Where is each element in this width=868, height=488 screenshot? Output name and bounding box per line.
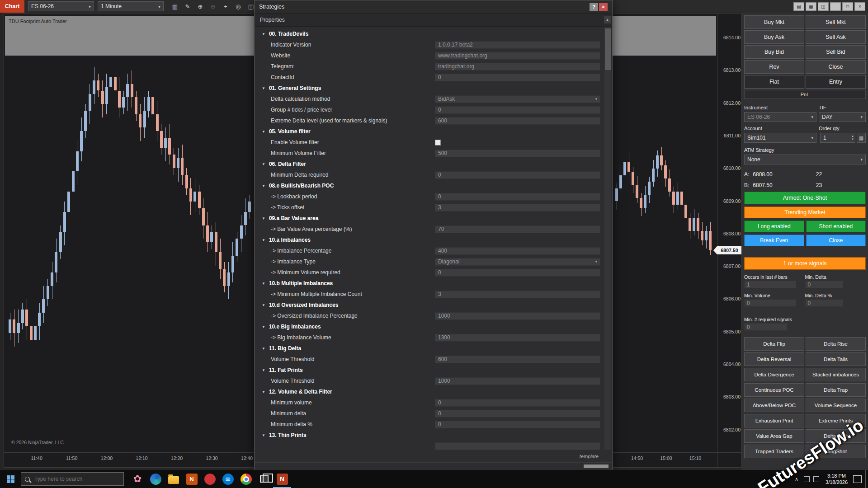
property-value[interactable]: 0 — [435, 74, 600, 81]
min-required-signals-input[interactable]: 0 — [744, 323, 788, 331]
flat-button[interactable]: Flat — [744, 75, 804, 89]
scrollbar-track[interactable] — [604, 27, 611, 450]
property-value[interactable]: 0 — [435, 410, 600, 418]
break-even-button[interactable]: Break Even — [744, 235, 804, 246]
signal-delta-reversal-button[interactable]: Delta Reversal — [744, 352, 804, 366]
signal-delta-flip-button[interactable]: Delta Flip — [744, 337, 804, 351]
taskbar-clock[interactable]: 3:18 PM 3/18/2026 — [821, 473, 852, 485]
property-value[interactable]: 600 — [435, 356, 600, 363]
trending-market-button[interactable]: Trending Market — [744, 206, 866, 218]
property-value[interactable]: 600 — [435, 117, 600, 125]
property-value[interactable]: 1000 — [435, 377, 600, 385]
property-group-11-big-delta[interactable]: ▼11. Big Delta — [255, 343, 612, 354]
tif-dropdown[interactable]: DAY ▾ — [819, 112, 866, 122]
property-group-10-e-big-imbalances[interactable]: ▼10.e Big Imbalances — [255, 321, 612, 332]
interval-select[interactable]: 1 Minute ▾ — [98, 1, 164, 11]
property-value[interactable]: 400 — [435, 247, 600, 255]
property-value[interactable]: 1000 — [435, 312, 600, 320]
property-value[interactable] — [435, 442, 600, 450]
price-axis[interactable]: 6814.006813.006812.006811.006810.006809.… — [717, 14, 742, 468]
property-value[interactable]: 500 — [435, 150, 600, 157]
buy-bid-button[interactable]: Buy Bid — [744, 45, 804, 59]
property-group-11-fat-prints[interactable]: ▼11. Fat Prints — [255, 365, 612, 375]
panel-instrument-dropdown[interactable]: ES 06-26 ▾ — [744, 112, 816, 122]
property-group-10-b-multiple-imbalances[interactable]: ▼10.b Multiple Imbalances — [255, 278, 612, 289]
property-value[interactable]: 0 — [435, 106, 600, 114]
minimize-button[interactable]: — — [830, 2, 841, 11]
ninjatrader-icon-cell[interactable]: N — [273, 470, 291, 488]
close-position-button[interactable]: Close — [806, 235, 866, 246]
add-icon[interactable]: + — [221, 2, 231, 11]
close-button[interactable]: × — [854, 2, 865, 11]
property-group-09-a-bar-value-area[interactable]: ▼09.a Bar Value area — [255, 213, 612, 224]
sell-mkt-button[interactable]: Sell Mkt — [806, 15, 866, 29]
buy-ask-button[interactable]: Buy Ask — [744, 30, 804, 44]
long-enabled-button[interactable]: Long enabled — [744, 221, 804, 232]
blossom-icon-cell[interactable]: ✿ — [128, 470, 146, 488]
sell-ask-button[interactable]: Sell Ask — [806, 30, 866, 44]
property-value[interactable]: 3 — [435, 204, 600, 211]
signal-continuous-poc-button[interactable]: Continuous POC — [744, 383, 804, 397]
tray-icon[interactable] — [813, 476, 819, 482]
zoom-out-icon[interactable]: ⊖ — [208, 2, 218, 11]
strategies-dialog-titlebar[interactable]: Strategies ? × — [255, 0, 612, 14]
chrome-icon-cell[interactable] — [237, 470, 255, 488]
spinner-up-icon[interactable]: ▲ — [851, 135, 854, 138]
property-value[interactable]: 0 — [435, 171, 600, 179]
taskbar-search[interactable] — [21, 472, 124, 486]
property-group-08-e-bullish-bearish-poc[interactable]: ▼08.e Bullish/Bearish POC — [255, 180, 612, 191]
file-explorer-icon-cell[interactable] — [165, 470, 183, 488]
property-value[interactable]: 0 — [435, 269, 600, 277]
sell-bid-button[interactable]: Sell Bid — [806, 45, 866, 59]
notification-center-icon[interactable] — [853, 475, 862, 483]
account-dropdown[interactable]: Sim101 ▾ — [744, 133, 816, 143]
signal-delta-rise-button[interactable]: Delta Rise — [806, 337, 866, 351]
short-enabled-button[interactable]: Short enabled — [806, 221, 866, 232]
property-checkbox[interactable] — [435, 140, 441, 145]
property-value[interactable]: 3 — [435, 291, 600, 298]
signal-delta-divergence-button[interactable]: Delta Divergence — [744, 368, 804, 381]
resize-grip[interactable] — [584, 465, 609, 468]
pnl-bar[interactable]: PnL — [744, 90, 866, 99]
link-window-icon[interactable]: ◫ — [818, 2, 829, 11]
signal-exhaustion-print-button[interactable]: Exhaustion Print — [744, 414, 804, 427]
close-button[interactable]: × — [599, 3, 608, 11]
chart-style-icon[interactable]: ▥ — [170, 2, 180, 11]
entry-button[interactable]: Entry — [806, 75, 866, 89]
armed-one-shot-button[interactable]: Armed: One-Shot — [744, 192, 866, 204]
buy-mkt-button[interactable]: Buy Mkt — [744, 15, 804, 29]
scrollbar-thumb[interactable] — [605, 28, 611, 70]
mail-icon-cell[interactable]: ✉ — [219, 470, 237, 488]
atm-strategy-dropdown[interactable]: None ▾ — [744, 155, 866, 164]
crosshair-icon[interactable]: ◎ — [233, 2, 243, 11]
signal-volume-sequence-button[interactable]: Volume Sequence — [806, 399, 866, 412]
signal-value-area-gap-button[interactable]: Value Area Gap — [744, 429, 804, 443]
property-value[interactable]: 1.0.0.17 beta2 — [435, 41, 600, 49]
signal-delta-tails-button[interactable]: Delta Tails — [806, 352, 866, 366]
help-button[interactable]: ? — [590, 3, 598, 11]
zoom-in-icon[interactable]: ⊕ — [195, 2, 205, 11]
start-button[interactable] — [0, 470, 21, 488]
instrument-select[interactable]: ES 06-26 ▾ — [28, 1, 94, 11]
property-group-13-thin-prints[interactable]: ▼13. Thin Prints — [255, 430, 612, 441]
app-icon-cell[interactable] — [201, 470, 219, 488]
one-or-more-signals-button[interactable]: 1 or more signals — [744, 257, 866, 270]
property-value[interactable]: 1300 — [435, 334, 600, 342]
property-value[interactable]: Diagonal▾ — [435, 258, 600, 266]
occurs-input[interactable]: 1 — [744, 281, 797, 288]
maximize-button[interactable]: □ — [842, 2, 853, 11]
window-stack-icon-cell[interactable] — [255, 470, 273, 488]
property-group-06-delta-filter[interactable]: ▼06. Delta Filter — [255, 159, 612, 169]
min-volume-input[interactable]: 0 — [744, 299, 797, 307]
search-input[interactable] — [33, 475, 112, 483]
property-value[interactable]: www.tradingchat.org — [435, 52, 600, 60]
property-group-05-volume-filter[interactable]: ▼05. Volume filter — [255, 126, 612, 137]
min-delta-input[interactable]: 0 — [805, 281, 843, 288]
tab-chart[interactable]: Chart — [0, 0, 24, 13]
signal-stacked-imbalances-button[interactable]: Stacked imbalances — [806, 368, 866, 381]
draw-icon[interactable]: ✎ — [183, 2, 193, 11]
property-value[interactable]: 70 — [435, 225, 600, 233]
rev-button[interactable]: Rev — [744, 60, 804, 74]
signal-above-below-poc-button[interactable]: Above/Below POC — [744, 399, 804, 412]
property-group-12-volume-delta-filter[interactable]: ▼12. Volume & Delta Filter — [255, 386, 612, 397]
